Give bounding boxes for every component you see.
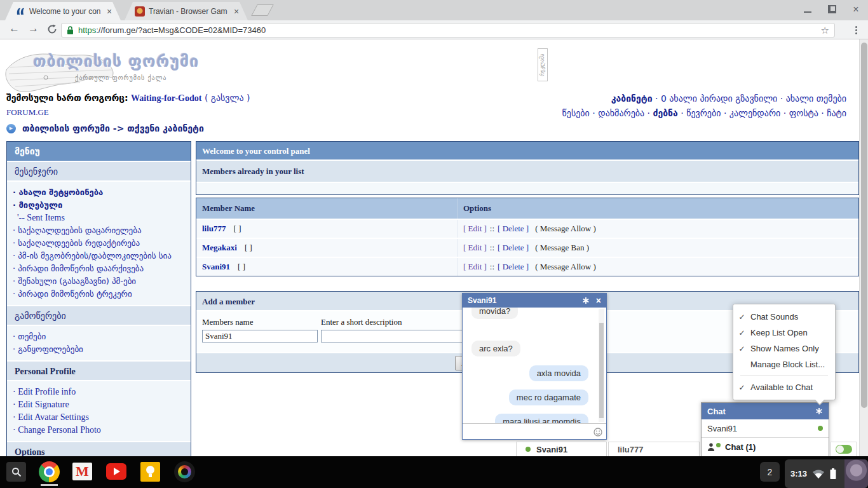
sidebar-item-pm-friends-blocked[interactable]: · პმ-ის მეგობრების/დაბლოკილების სია xyxy=(13,250,188,262)
page-scrollbar-thumb[interactable] xyxy=(861,43,867,408)
chat-message-input[interactable] xyxy=(463,423,606,439)
close-window-icon[interactable]: × xyxy=(851,5,860,14)
check-icon: ✓ xyxy=(733,344,750,353)
edit-link[interactable]: [ Edit ] xyxy=(463,224,487,234)
header-nav-line2: წესები · დახმარება · ძებნა · წევრები · კ… xyxy=(562,108,846,118)
edit-link[interactable]: [ Edit ] xyxy=(463,243,487,253)
search-link[interactable]: ძებნა xyxy=(653,108,677,118)
url-bar[interactable]: https ://forum.ge/?act=Msg&CODE=02&MID=7… xyxy=(61,23,835,37)
member-name-link[interactable]: Svani91 xyxy=(202,262,230,272)
chat-close-icon[interactable]: × xyxy=(596,295,601,306)
minimize-icon[interactable] xyxy=(803,5,812,14)
breadcrumb: ▶ თბილისის ფორუმი -> თქვენი კაბინეტი xyxy=(6,123,204,133)
tab-strip: Welcome to your control × Travian - Brow… xyxy=(0,0,868,20)
smiley-icon[interactable] xyxy=(593,427,602,439)
back-icon[interactable]: ← xyxy=(9,22,20,35)
delete-link[interactable]: [ Delete ] xyxy=(498,224,529,234)
sidebar-item-edit-profile[interactable]: · Edit Profile info xyxy=(13,386,188,398)
reload-icon[interactable] xyxy=(47,24,57,37)
edit-link[interactable]: [ Edit ] xyxy=(463,262,487,272)
launcher-search-icon[interactable] xyxy=(6,462,26,482)
delete-link[interactable]: [ Delete ] xyxy=(498,243,529,253)
keep-icon[interactable] xyxy=(140,462,160,482)
logout-link[interactable]: ( გასვლა ) xyxy=(205,93,250,103)
screen: Welcome to your control × Travian - Brow… xyxy=(0,0,868,488)
message-status: ( Message Allow ) xyxy=(535,224,596,234)
chat-options-gear-icon[interactable] xyxy=(815,407,823,415)
chat-scrollbar-thumb[interactable] xyxy=(599,323,604,418)
member-name-link[interactable]: lilu777 xyxy=(202,224,226,234)
username-link[interactable]: Waiting-for-Godot xyxy=(131,93,201,103)
online-dot-icon xyxy=(526,447,531,452)
forumge-link[interactable]: FORUM.GE xyxy=(6,107,49,118)
chat-window-titlebar[interactable]: Svani91 × xyxy=(463,294,606,308)
nav1-links[interactable]: · 0 ახალი პირადი გზავნილი · ახალი თემები xyxy=(653,93,846,104)
chat-conversation-window: Svani91 × movida? arc exla? axla movida … xyxy=(462,293,607,440)
youtube-icon[interactable] xyxy=(106,463,126,480)
menu-item-available-to-chat[interactable]: ✓ Available to Chat xyxy=(733,379,835,395)
bookmark-star-icon[interactable]: ☆ xyxy=(821,25,829,36)
tab-close-icon[interactable]: × xyxy=(231,6,241,17)
chat-scrollbar[interactable] xyxy=(599,309,604,422)
tab-close-icon[interactable]: × xyxy=(104,6,114,17)
nav2-links-a[interactable]: წესები · დახმარება · xyxy=(562,108,653,118)
travian-favicon-icon xyxy=(135,6,145,17)
chat-message-out: mara lilusi ar momdis xyxy=(495,414,588,423)
tab-forum[interactable]: Welcome to your control × xyxy=(5,2,121,20)
status-tray[interactable]: 3:13 xyxy=(785,459,868,488)
browser-toolbar: ← → https ://forum.ge/?act=Msg&CODE=02&M… xyxy=(0,20,868,39)
cabinet-link[interactable]: კაბინეტი xyxy=(611,93,653,104)
camera-icon[interactable] xyxy=(174,461,195,482)
sidebar-item-archive-pm[interactable]: · პირადი მიმოწერის დაარქივება xyxy=(13,262,188,275)
col-options: Options xyxy=(457,198,858,219)
sidebar-item-edit-folders[interactable]: · საქაღალდეების რედაქტირება xyxy=(13,237,188,250)
members-name-input[interactable] xyxy=(202,330,318,342)
chat-tab-lilu777[interactable]: lilu777 xyxy=(608,442,700,456)
tab-travian[interactable]: Travian - Browser Game × xyxy=(125,2,248,20)
page-scrollbar[interactable] xyxy=(859,39,868,456)
menu-item-chat-sounds[interactable]: ✓ Chat Sounds xyxy=(733,309,835,325)
sidebar-item-saved-pm[interactable]: · შენახული (გასაგზავნი) პმ-ები xyxy=(13,275,188,288)
chat-panel-header[interactable]: Chat xyxy=(702,403,829,419)
sidebar-item-forums[interactable]: · განყოფილებები xyxy=(13,343,188,356)
sidebar-item-new-message[interactable]: · ახალი შეტყობინება xyxy=(13,186,188,199)
menu-pointer xyxy=(815,399,825,404)
sidebar-item-topics[interactable]: · თემები xyxy=(13,330,188,343)
sidebar-item-pm-tracker[interactable]: · პირადი მიმოწერის ტრეკერი xyxy=(13,288,188,301)
chat-panel-footer[interactable]: Chat (1) xyxy=(702,438,829,456)
browser-menu-icon[interactable] xyxy=(850,24,862,36)
sidebar-item-edit-signature[interactable]: · Edit Signature xyxy=(13,398,188,411)
new-tab-button[interactable] xyxy=(251,4,274,16)
restore-icon[interactable] xyxy=(827,5,836,14)
breadcrumb-text[interactable]: თბილისის ფორუმი -> თქვენი კაბინეტი xyxy=(22,123,204,133)
chat-tab-svani91[interactable]: Svani91 xyxy=(516,442,607,456)
menu-item-keep-list-open[interactable]: ✓ Keep List Open xyxy=(733,325,835,341)
user-avatar[interactable] xyxy=(844,459,868,488)
nav2-links-b[interactable]: · წევრები · კალენდარი · ფოსტა · ჩატი xyxy=(678,108,846,118)
delete-link[interactable]: [ Delete ] xyxy=(498,262,529,272)
chat-settings-gear-icon[interactable] xyxy=(582,297,590,304)
sidebar-item-inbox[interactable]: · მიღებული xyxy=(13,199,188,212)
sidebar-item-sent-items[interactable]: '-- Sent Items xyxy=(13,212,188,224)
message-status: ( Message Ban ) xyxy=(535,243,589,253)
collapse-arrow-icon[interactable]: ▶ xyxy=(6,124,16,133)
chat-roster-member[interactable]: Svani91 xyxy=(702,419,829,438)
forward-icon[interactable]: → xyxy=(28,22,39,35)
chat-messages: movida? arc exla? axla movida mec ro dag… xyxy=(463,308,606,423)
sidebar-section-messenger: მესენჯერი xyxy=(7,161,191,180)
sidebar-item-empty-folders[interactable]: · საქაღალდეების დაცარიელება xyxy=(13,224,188,237)
forum-favicon-icon xyxy=(15,6,25,17)
sidebar-item-change-photo[interactable]: · Change Personal Photo xyxy=(13,424,188,437)
gmail-icon[interactable]: M xyxy=(72,463,92,480)
window-controls: × xyxy=(803,5,860,14)
chat-toggle-switch[interactable] xyxy=(836,445,852,454)
chromeos-shelf: M 2 3:13 xyxy=(0,456,868,488)
personal-profile-items: · Edit Profile info · Edit Signature · E… xyxy=(7,380,191,441)
notification-badge[interactable]: 2 xyxy=(760,462,780,482)
ad-label: რეკლამა xyxy=(538,48,548,81)
member-name-link[interactable]: Megakaxi xyxy=(202,243,237,253)
menu-item-show-names-only[interactable]: ✓ Show Names Only xyxy=(733,341,835,356)
chrome-icon[interactable] xyxy=(39,461,60,482)
sidebar-item-edit-avatar[interactable]: · Edit Avatar Settings xyxy=(13,411,188,424)
menu-item-manage-block-list[interactable]: Manage Block List... xyxy=(733,356,835,372)
